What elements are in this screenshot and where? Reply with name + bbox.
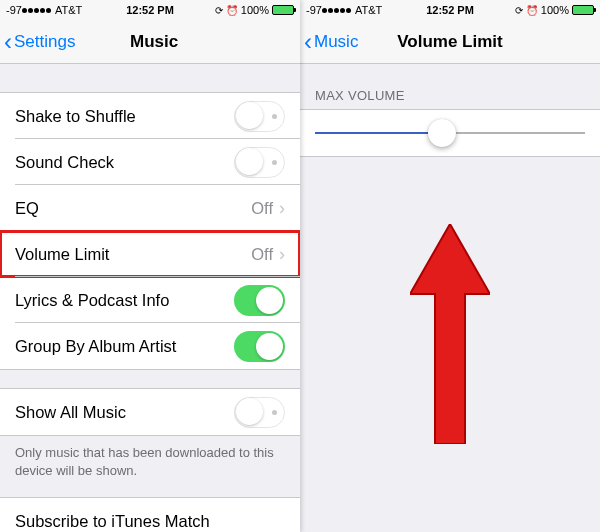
svg-marker-0 bbox=[410, 224, 490, 444]
chevron-left-icon: ‹ bbox=[4, 30, 12, 54]
chevron-right-icon: › bbox=[279, 198, 285, 219]
back-button[interactable]: ‹ Music bbox=[300, 30, 358, 54]
status-bar: -97 AT&T 12:52 PM ⟳ ⏰ 100% bbox=[300, 0, 600, 20]
page-title: Volume Limit bbox=[397, 32, 502, 52]
volume-limit-screen: -97 AT&T 12:52 PM ⟳ ⏰ 100% ‹ Music Volum… bbox=[300, 0, 600, 532]
battery-percent: 100% bbox=[541, 4, 569, 16]
nav-bar: ‹ Music Volume Limit bbox=[300, 20, 600, 64]
row-label: Sound Check bbox=[15, 153, 234, 172]
alarm-icon: ⏰ bbox=[526, 5, 538, 16]
music-settings-screen: -97 AT&T 12:52 PM ⟳ ⏰ 100% ‹ Settings Mu… bbox=[0, 0, 300, 532]
subscribe-itunes-match-row[interactable]: Subscribe to iTunes Match bbox=[0, 498, 300, 532]
shake-to-shuffle-row[interactable]: Shake to Shuffle bbox=[0, 93, 300, 139]
row-label: Volume Limit bbox=[15, 245, 251, 264]
volume-slider-container bbox=[300, 109, 600, 157]
status-bar: -97 AT&T 12:52 PM ⟳ ⏰ 100% bbox=[0, 0, 300, 20]
volume-limit-row[interactable]: Volume Limit Off › bbox=[0, 231, 300, 277]
signal-dots-icon bbox=[22, 8, 51, 13]
nav-bar: ‹ Settings Music bbox=[0, 20, 300, 64]
row-label: Shake to Shuffle bbox=[15, 107, 234, 126]
chevron-right-icon: › bbox=[279, 244, 285, 265]
group-by-album-row[interactable]: Group By Album Artist bbox=[0, 323, 300, 369]
show-all-toggle[interactable] bbox=[234, 397, 285, 428]
signal-strength: -97 bbox=[6, 4, 22, 16]
row-label: Group By Album Artist bbox=[15, 337, 234, 356]
row-value: Off bbox=[251, 199, 273, 218]
row-label: Show All Music bbox=[15, 403, 234, 422]
signal-strength: -97 bbox=[306, 4, 322, 16]
lyrics-podcast-row[interactable]: Lyrics & Podcast Info bbox=[0, 277, 300, 323]
battery-icon bbox=[572, 5, 594, 15]
alarm-icon: ⏰ bbox=[226, 5, 238, 16]
shake-toggle[interactable] bbox=[234, 101, 285, 132]
row-value: Off bbox=[251, 245, 273, 264]
subscribe-link: Subscribe to iTunes Match bbox=[15, 512, 285, 531]
slider-fill bbox=[315, 132, 442, 134]
max-volume-slider[interactable] bbox=[315, 132, 585, 134]
lyrics-toggle[interactable] bbox=[234, 285, 285, 316]
battery-icon bbox=[272, 5, 294, 15]
refresh-icon: ⟳ bbox=[215, 5, 223, 16]
sound-check-toggle[interactable] bbox=[234, 147, 285, 178]
eq-row[interactable]: EQ Off › bbox=[0, 185, 300, 231]
back-label: Music bbox=[314, 32, 358, 52]
show-all-music-row[interactable]: Show All Music bbox=[0, 389, 300, 435]
chevron-left-icon: ‹ bbox=[304, 30, 312, 54]
carrier-label: AT&T bbox=[355, 4, 382, 16]
slider-thumb[interactable] bbox=[428, 119, 456, 147]
row-label: EQ bbox=[15, 199, 251, 218]
annotation-arrow-icon bbox=[410, 224, 490, 444]
clock: 12:52 PM bbox=[426, 4, 474, 16]
show-all-footer: Only music that has been downloaded to t… bbox=[0, 436, 300, 479]
carrier-label: AT&T bbox=[55, 4, 82, 16]
battery-percent: 100% bbox=[241, 4, 269, 16]
back-button[interactable]: ‹ Settings bbox=[0, 30, 75, 54]
sound-check-row[interactable]: Sound Check bbox=[0, 139, 300, 185]
signal-dots-icon bbox=[322, 8, 351, 13]
row-label: Lyrics & Podcast Info bbox=[15, 291, 234, 310]
group-album-toggle[interactable] bbox=[234, 331, 285, 362]
refresh-icon: ⟳ bbox=[515, 5, 523, 16]
back-label: Settings bbox=[14, 32, 75, 52]
clock: 12:52 PM bbox=[126, 4, 174, 16]
page-title: Music bbox=[130, 32, 178, 52]
section-header: MAX VOLUME bbox=[300, 64, 600, 109]
